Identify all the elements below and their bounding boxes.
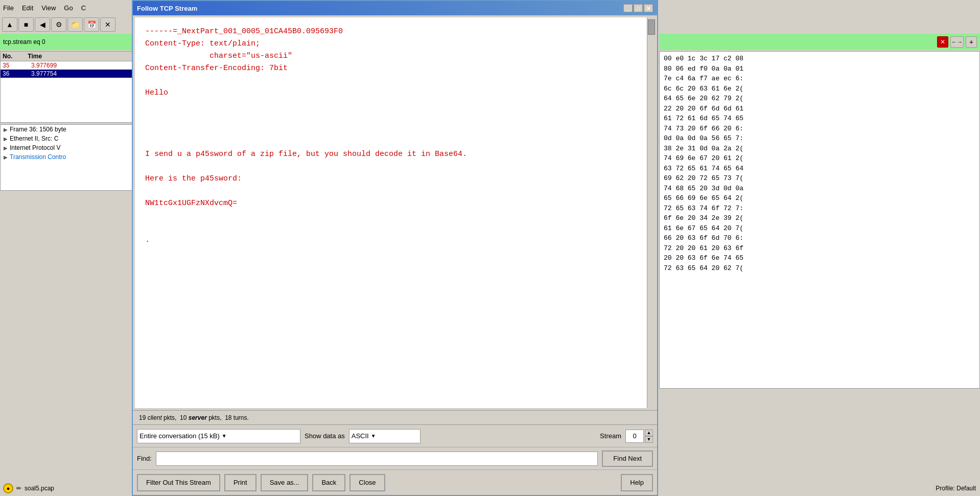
hex-row: 64 65 6e 20 62 79 2( bbox=[664, 94, 975, 104]
close-filter-button[interactable]: ✕ bbox=[937, 36, 948, 48]
detail-label: Transmission Contro bbox=[10, 153, 66, 161]
hex-row: 72 63 65 64 20 62 7( bbox=[664, 263, 975, 274]
hex-row: 80 06 ed f0 0a 0a 01 bbox=[664, 64, 975, 74]
help-button[interactable]: Help bbox=[621, 474, 653, 491]
spinner-down-button[interactable]: ▼ bbox=[645, 436, 653, 443]
hex-row: 22 20 20 6f 6d 6d 61 bbox=[664, 104, 975, 114]
hex-row: 74 68 65 20 3d 0d 0a bbox=[664, 184, 975, 194]
menu-capture[interactable]: C bbox=[81, 4, 86, 12]
hex-row: 72 65 63 74 6f 72 7: bbox=[664, 204, 975, 214]
expand-arrow: ▶ bbox=[4, 136, 8, 142]
chevron-down-icon: ▼ bbox=[222, 433, 227, 439]
print-button[interactable]: Print bbox=[224, 474, 256, 491]
conversation-dropdown[interactable]: Entire conversation (15 kB) ▼ bbox=[137, 429, 300, 443]
spinner-up-button[interactable]: ▲ bbox=[645, 430, 653, 436]
find-label: Find: bbox=[137, 455, 152, 462]
stats-bar: 19 client pkts, 10 server pkts, 18 turns… bbox=[133, 410, 657, 424]
menu-edit[interactable]: Edit bbox=[22, 4, 33, 12]
filter-input[interactable] bbox=[3, 38, 105, 46]
toolbar: ▲ ■ ◀ ⚙ 📁 📅 ✕ bbox=[0, 15, 133, 34]
find-input[interactable] bbox=[156, 452, 598, 466]
chevron-down-icon: ▼ bbox=[371, 433, 376, 439]
packet-time: 3.977699 bbox=[31, 62, 57, 69]
status-file: soal5.pcap bbox=[25, 485, 54, 492]
hex-row: 74 73 20 6f 66 20 6: bbox=[664, 124, 975, 134]
hex-row: 6c 6c 20 63 61 6e 2( bbox=[664, 84, 975, 94]
hex-row: 7e c4 6a f7 ae ec 6: bbox=[664, 74, 975, 84]
stream-number-input[interactable] bbox=[625, 430, 644, 443]
scrollbar-track[interactable] bbox=[647, 17, 655, 408]
filter-bar bbox=[0, 34, 133, 50]
expand-arrow: ▶ bbox=[4, 127, 8, 132]
table-row[interactable]: 36 3.977754 bbox=[1, 70, 132, 78]
filter-out-button[interactable]: Filter Out This Stream bbox=[137, 474, 220, 491]
expand-arrow: ▶ bbox=[4, 154, 8, 160]
hex-row: 66 20 63 6f 6d 70 6: bbox=[664, 233, 975, 243]
menu-bar: File Edit View Go C bbox=[0, 0, 133, 15]
packet-time: 3.977754 bbox=[31, 70, 57, 77]
col-time: Time bbox=[28, 53, 42, 60]
add-filter-button[interactable]: + bbox=[966, 36, 977, 48]
edit-icon: ✏ bbox=[16, 485, 21, 492]
detail-row-ethernet[interactable]: ▶ Ethernet II, Src: C bbox=[1, 134, 132, 143]
maximize-button[interactable]: □ bbox=[634, 4, 643, 12]
stream-text-area: ------=_NextPart_001_0005_01CA45B0.09569… bbox=[135, 17, 655, 408]
toolbar-btn-start[interactable]: ▲ bbox=[2, 17, 17, 32]
status-icon: ● bbox=[3, 483, 13, 493]
close-dialog-button[interactable]: Close bbox=[349, 474, 385, 491]
right-status-bar: Profile: Default bbox=[659, 481, 980, 496]
right-top-bar: ✕ ←→ + bbox=[659, 34, 980, 50]
toolbar-btn-stop[interactable]: ■ bbox=[18, 17, 34, 32]
scrollbar-thumb[interactable] bbox=[648, 19, 655, 35]
table-row[interactable]: 35 3.977699 bbox=[1, 61, 132, 70]
detail-label: Frame 36: 1506 byte bbox=[10, 126, 66, 133]
spinner-buttons: ▲ ▼ bbox=[645, 430, 653, 443]
toolbar-btn-restart[interactable]: ◀ bbox=[35, 17, 50, 32]
packet-detail: ▶ Frame 36: 1506 byte ▶ Ethernet II, Src… bbox=[0, 124, 133, 191]
show-data-label: Show data as bbox=[305, 432, 345, 440]
packet-no: 35 bbox=[3, 62, 23, 69]
minimize-button[interactable]: _ bbox=[623, 4, 633, 12]
packet-list-header: No. Time bbox=[1, 52, 132, 61]
hex-row: 69 62 20 72 65 73 7( bbox=[664, 173, 975, 184]
dialog-close-button[interactable]: ✕ bbox=[644, 4, 653, 12]
hex-row: 65 66 69 6e 65 64 2( bbox=[664, 193, 975, 204]
hex-row: 6f 6e 20 34 2e 39 2( bbox=[664, 213, 975, 223]
menu-go[interactable]: Go bbox=[64, 4, 73, 12]
hex-row: 38 2e 31 0d 0a 2a 2( bbox=[664, 144, 975, 154]
save-as-button[interactable]: Save as... bbox=[261, 474, 309, 491]
detail-row-ip[interactable]: ▶ Internet Protocol V bbox=[1, 143, 132, 152]
detail-row-tcp[interactable]: ▶ Transmission Contro bbox=[1, 152, 132, 162]
hex-row: 61 6e 67 65 64 20 7( bbox=[664, 223, 975, 234]
profile-label: Profile: Default bbox=[936, 485, 976, 492]
packet-list: No. Time 35 3.977699 36 3.977754 bbox=[0, 51, 133, 123]
show-data-dropdown[interactable]: ASCII ▼ bbox=[349, 429, 421, 443]
back-button[interactable]: Back bbox=[312, 474, 345, 491]
hex-row: 0d 0a 0d 0a 56 65 7: bbox=[664, 133, 975, 144]
toolbar-btn-save[interactable]: 📅 bbox=[84, 17, 99, 32]
stream-spinner: ▲ ▼ bbox=[625, 430, 653, 443]
tcp-stream-content: ------=_NextPart_001_0005_01CA45B0.09569… bbox=[135, 17, 655, 408]
toolbar-btn-options[interactable]: ⚙ bbox=[51, 17, 66, 32]
stats-text: 19 client pkts, 10 server pkts, 18 turns… bbox=[139, 414, 249, 421]
tcp-stream-dialog: Follow TCP Stream _ □ ✕ ------=_NextPart… bbox=[132, 0, 658, 496]
menu-file[interactable]: File bbox=[3, 4, 14, 12]
find-row: Find: Find Next bbox=[133, 447, 657, 469]
hex-row: 00 e0 1c 3c 17 c2 08 bbox=[664, 54, 975, 64]
hex-panel: 00 e0 1c 3c 17 c2 08 80 06 ed f0 0a 0a 0… bbox=[659, 51, 980, 389]
hex-row: 74 69 6e 67 20 61 2( bbox=[664, 153, 975, 164]
prev-filter-button[interactable]: ←→ bbox=[950, 36, 964, 48]
col-no: No. bbox=[3, 53, 12, 60]
menu-view[interactable]: View bbox=[41, 4, 56, 12]
toolbar-btn-open[interactable]: 📁 bbox=[67, 17, 83, 32]
detail-label: Ethernet II, Src: C bbox=[10, 135, 58, 142]
find-next-button[interactable]: Find Next bbox=[602, 450, 653, 467]
detail-label: Internet Protocol V bbox=[10, 144, 60, 151]
dialog-titlebar: Follow TCP Stream _ □ ✕ bbox=[133, 1, 657, 15]
conversation-dropdown-label: Entire conversation (15 kB) bbox=[139, 432, 220, 440]
controls-row: Entire conversation (15 kB) ▼ Show data … bbox=[133, 424, 657, 447]
expand-arrow: ▶ bbox=[4, 145, 8, 151]
detail-row-frame[interactable]: ▶ Frame 36: 1506 byte bbox=[1, 125, 132, 134]
toolbar-btn-close[interactable]: ✕ bbox=[100, 17, 115, 32]
stream-label: Stream bbox=[600, 432, 621, 440]
